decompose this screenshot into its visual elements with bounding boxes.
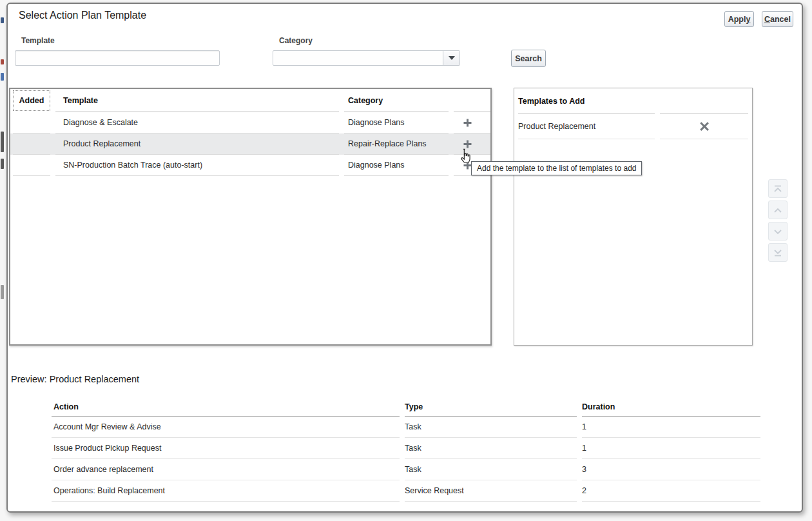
cell-added: [13, 112, 50, 133]
cell-added: [13, 133, 50, 155]
background-artifact: [1, 285, 4, 299]
tooltip: Add the template to the list of template…: [471, 161, 642, 175]
category-select[interactable]: [273, 50, 460, 66]
preview-cell-duration: 2: [582, 480, 760, 502]
chevron-down-icon: [772, 228, 784, 235]
background-artifact: [1, 159, 4, 169]
mouse-cursor-hand-icon: [459, 148, 472, 163]
cell-template: Diagnose & Escalate: [55, 112, 339, 133]
plus-icon: [463, 139, 472, 149]
preview-column-header-type: Type: [405, 397, 577, 417]
move-to-bottom-button[interactable]: [768, 243, 788, 262]
preview-cell-action: Issue Product Pickup Request: [52, 438, 400, 459]
x-icon: [699, 121, 710, 132]
table-row[interactable]: Product Replacement Repair-Replace Plans: [10, 133, 490, 155]
preview-cell-action: Order advance replacement: [52, 459, 400, 480]
column-header-category[interactable]: Category: [344, 89, 449, 112]
column-header-added[interactable]: Added: [13, 90, 50, 111]
table-row[interactable]: Diagnose & Escalate Diagnose Plans: [10, 112, 490, 133]
apply-button[interactable]: Apply: [724, 11, 754, 27]
cell-category: Diagnose Plans: [344, 155, 449, 176]
column-header-action: [454, 89, 490, 112]
category-field-label: Category: [279, 36, 313, 45]
remove-template-button[interactable]: [699, 121, 710, 132]
preview-cell-type: Task: [405, 438, 577, 459]
preview-cell-type: Service Request: [405, 480, 577, 502]
templates-to-add-panel: Templates to Add Product Replacement: [514, 88, 753, 346]
select-action-plan-template-dialog: Select Action Plan Template Apply Cancel…: [6, 3, 803, 513]
apply-button-label: Apply: [728, 15, 751, 24]
search-button-label: Search: [515, 54, 542, 63]
template-results-table: Added Template Category Diagnose & Escal…: [9, 88, 492, 346]
plus-icon: [463, 118, 472, 128]
preview-cell-type: Task: [405, 417, 577, 438]
table-row[interactable]: SN-Production Batch Trace (auto-start) D…: [10, 155, 490, 176]
preview-cell-duration: 1: [582, 438, 760, 459]
column-header-template[interactable]: Template: [55, 89, 339, 112]
preview-title: Preview: Product Replacement: [11, 374, 139, 384]
background-artifact: [1, 17, 4, 23]
cancel-button[interactable]: Cancel: [762, 11, 793, 27]
template-input[interactable]: [15, 50, 220, 66]
search-button[interactable]: Search: [511, 50, 546, 67]
move-down-button[interactable]: [768, 222, 788, 241]
chevron-up-with-bar-icon: [772, 184, 784, 193]
cell-template: SN-Production Batch Trace (auto-start): [55, 155, 339, 176]
cell-added: [13, 155, 50, 176]
templates-to-add-header: Templates to Add: [518, 88, 655, 114]
preview-cell-type: Task: [405, 459, 577, 480]
preview-row: Issue Product Pickup Request Task 1: [52, 438, 760, 459]
chevron-up-icon: [772, 206, 784, 214]
move-to-top-button[interactable]: [768, 179, 788, 198]
template-table-header-row: Added Template Category: [10, 89, 490, 112]
dropdown-arrow-icon: [449, 56, 455, 60]
cell-template: Product Replacement: [55, 133, 339, 155]
templates-to-add-item[interactable]: Product Replacement: [514, 114, 752, 139]
preview-header-row: Action Type Duration: [52, 397, 760, 417]
category-dropdown-button[interactable]: [443, 51, 459, 65]
preview-column-header-action: Action: [52, 397, 400, 417]
cancel-button-label: Cancel: [764, 15, 791, 24]
added-template-name: Product Replacement: [518, 114, 655, 139]
preview-row: Account Mgr Review & Advise Task 1: [52, 417, 760, 438]
preview-cell-action: Operations: Build Replacement: [52, 480, 400, 502]
preview-table: Action Type Duration Account Mgr Review …: [52, 397, 760, 502]
preview-cell-duration: 1: [582, 417, 760, 438]
chevron-down-with-bar-icon: [772, 248, 784, 257]
dialog-title: Select Action Plan Template: [19, 10, 146, 21]
category-select-value: [273, 51, 443, 65]
background-artifact: [1, 59, 4, 64]
cell-category: Diagnose Plans: [344, 112, 449, 133]
add-template-button[interactable]: [463, 118, 472, 128]
background-artifact: [1, 132, 4, 152]
cell-category: Repair-Replace Plans: [344, 133, 449, 155]
templates-to-add-header-row: Templates to Add: [514, 88, 752, 114]
move-up-button[interactable]: [768, 201, 788, 219]
background-artifact: [1, 73, 4, 81]
preview-column-header-duration: Duration: [582, 397, 760, 417]
preview-row: Order advance replacement Task 3: [52, 459, 760, 480]
preview-row: Operations: Build Replacement Service Re…: [52, 480, 760, 502]
preview-cell-action: Account Mgr Review & Advise: [52, 417, 400, 438]
preview-cell-duration: 3: [582, 459, 760, 480]
add-template-button[interactable]: [463, 139, 472, 149]
template-field-label: Template: [21, 36, 55, 45]
